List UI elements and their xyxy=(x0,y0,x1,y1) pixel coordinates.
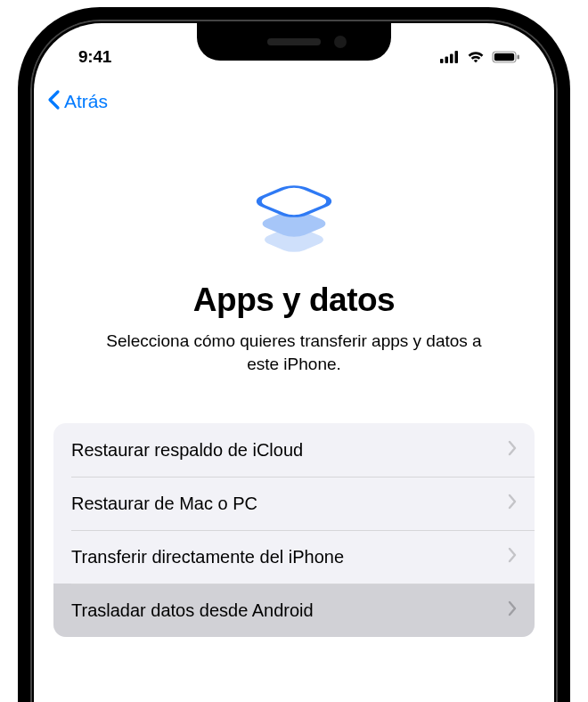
page-title: Apps y datos xyxy=(193,282,395,319)
cellular-signal-icon xyxy=(440,51,460,63)
nav-bar: Atrás xyxy=(34,80,554,123)
back-button[interactable]: Atrás xyxy=(46,89,108,115)
options-list: Restaurar respaldo de iCloudRestaurar de… xyxy=(53,423,535,637)
svg-rect-6 xyxy=(518,55,519,60)
option-label: Restaurar respaldo de iCloud xyxy=(71,440,303,461)
battery-icon xyxy=(492,51,520,63)
option-label: Trasladar datos desde Android xyxy=(71,600,314,621)
screen: 9:41 xyxy=(34,23,554,702)
chevron-left-icon xyxy=(46,89,61,115)
option-row[interactable]: Trasladar datos desde Android xyxy=(53,584,535,637)
svg-rect-5 xyxy=(494,53,514,61)
front-camera xyxy=(334,36,347,48)
phone-frame: 9:41 xyxy=(18,7,570,702)
power-button xyxy=(558,224,563,322)
status-icons xyxy=(440,51,520,63)
svg-rect-3 xyxy=(455,51,459,63)
chevron-right-icon xyxy=(508,494,517,514)
svg-rect-2 xyxy=(450,54,453,64)
apps-data-stack-icon xyxy=(236,155,352,271)
volume-down-button xyxy=(25,291,30,354)
volume-up-button xyxy=(25,216,30,278)
chevron-right-icon xyxy=(508,600,517,621)
chevron-right-icon xyxy=(508,547,517,567)
speaker-slot xyxy=(267,38,321,45)
option-label: Transferir directamente del iPhone xyxy=(71,547,344,567)
option-label: Restaurar de Mac o PC xyxy=(71,494,257,514)
silent-switch xyxy=(25,162,30,198)
option-row[interactable]: Restaurar de Mac o PC xyxy=(53,477,535,530)
page-subtitle: Selecciona cómo quieres transferir apps … xyxy=(89,330,499,375)
notch xyxy=(197,23,391,61)
svg-rect-9 xyxy=(252,184,335,218)
content: Apps y datos Selecciona cómo quieres tra… xyxy=(34,128,554,702)
svg-rect-0 xyxy=(440,59,444,63)
chevron-right-icon xyxy=(508,440,517,461)
back-label: Atrás xyxy=(64,91,108,112)
status-time: 9:41 xyxy=(78,47,111,67)
option-row[interactable]: Restaurar respaldo de iCloud xyxy=(53,423,535,477)
svg-rect-1 xyxy=(445,57,449,64)
wifi-icon xyxy=(466,51,486,63)
option-row[interactable]: Transferir directamente del iPhone xyxy=(53,530,535,584)
